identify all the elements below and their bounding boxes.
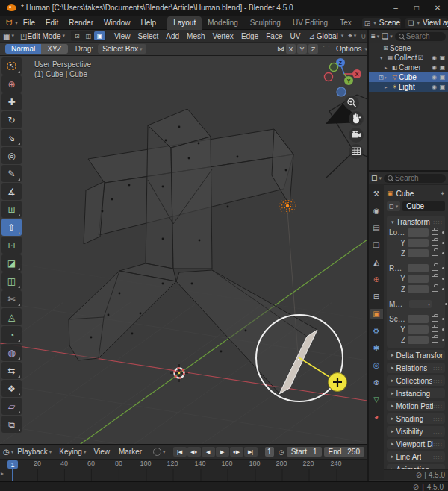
current-frame-field[interactable]: 1 — [265, 447, 274, 457]
tab-particles[interactable]: ✱ — [370, 343, 383, 353]
viewport-menu-item[interactable]: UV — [286, 32, 304, 40]
orientation-selector[interactable]: ⊿ Global ▾ — [308, 32, 343, 40]
animate-dot[interactable] — [442, 242, 444, 244]
properties-panel-header[interactable]: ▸ Shading :::: — [387, 413, 445, 424]
tool-measure[interactable]: ∡ — [1, 183, 22, 200]
options-dropdown[interactable]: Options ▾ — [335, 45, 367, 53]
lock-icon[interactable] — [432, 276, 438, 281]
tab-data[interactable]: ▽ — [370, 395, 383, 404]
camera-toggle-icon[interactable]: ▣ — [438, 54, 447, 61]
extrude-orientation-normal-button[interactable]: Normal — [5, 44, 41, 54]
menu-item[interactable]: Render — [63, 19, 99, 27]
minimize-button[interactable]: – — [385, 0, 406, 16]
end-frame-field[interactable]: End 250 — [324, 447, 364, 457]
camera-toggle-icon[interactable]: ▣ — [438, 84, 447, 90]
expander-icon[interactable]: ▾ — [380, 55, 386, 61]
tool-shrink-fatten[interactable]: ❖ — [1, 380, 22, 397]
tab-object[interactable]: ▣ — [370, 309, 383, 319]
tool-move[interactable]: ✚ — [1, 93, 22, 110]
lock-icon[interactable] — [432, 337, 438, 343]
auto-keying-toggle[interactable]: ▾ — [153, 448, 166, 456]
lock-icon[interactable] — [432, 327, 438, 332]
filter-icon[interactable]: ❏ — [382, 32, 388, 40]
expander-icon[interactable]: ▸ — [385, 84, 391, 90]
viewport-menu-item[interactable]: Select — [134, 32, 162, 40]
tab-render[interactable]: ◉ — [370, 206, 383, 216]
maximize-button[interactable]: □ — [406, 0, 427, 16]
timeline-menu-item[interactable]: Marker — [115, 448, 147, 456]
properties-panel-header[interactable]: ▸ Line Art :::: — [387, 451, 445, 462]
tool-inset-faces[interactable]: ⊡ — [1, 237, 22, 254]
tool-edge-slide[interactable]: ⇆ — [1, 362, 22, 379]
animate-dot[interactable] — [442, 267, 444, 269]
timeline-menu-item[interactable]: Keying ▾ — [55, 448, 90, 456]
menu-item[interactable]: Window — [99, 19, 136, 27]
tool-rotate[interactable]: ↻ — [1, 111, 22, 128]
lock-icon[interactable] — [432, 266, 438, 271]
value-field[interactable] — [408, 228, 429, 237]
timeline-ruler[interactable]: ▸ 20 40 60 80 100 — [0, 460, 367, 482]
expander-icon[interactable]: ▸ — [385, 75, 391, 81]
editor-type-button[interactable]: ▦ ▾ — [0, 32, 17, 40]
tab-modifiers[interactable]: ⚙ — [370, 326, 383, 336]
outliner-search-input[interactable]: Search — [395, 32, 446, 41]
checkbox-icon[interactable]: ☑ — [417, 54, 425, 61]
workspace-tab[interactable]: Modeling — [202, 16, 244, 30]
workspace-tab[interactable]: UV Editing — [287, 16, 334, 30]
delta-transform-panel-header[interactable]: ▸ Delta Transform — [387, 350, 445, 360]
pivot-point-button[interactable]: ⌖ ▾ — [348, 31, 356, 40]
camera-view-button[interactable] — [349, 128, 364, 143]
viewport-menu-item[interactable]: View — [111, 32, 134, 40]
tool-transform[interactable]: ◎ — [1, 147, 22, 164]
animate-dot[interactable] — [442, 328, 444, 331]
next-keyframe-button[interactable]: ♦▶ — [230, 447, 243, 457]
camera-toggle-icon[interactable]: ▣ — [438, 64, 447, 71]
select-mode-vertex[interactable]: ⊡ — [72, 31, 83, 40]
viewport-menu-item[interactable]: Edge — [237, 32, 262, 40]
blender-menu-icon[interactable]: ᗢ — [6, 19, 12, 28]
prev-keyframe-button[interactable]: ◀♦ — [187, 447, 201, 457]
tool-tweak-select-box[interactable]: ↖ — [1, 57, 22, 75]
camera-toggle-icon[interactable]: ▣ — [438, 74, 447, 81]
mirror-axis-button[interactable]: X — [286, 44, 296, 54]
menu-item[interactable]: File — [18, 19, 40, 27]
tab-view-layer[interactable]: ❏ — [370, 240, 383, 250]
viewport-menu-item[interactable]: Mesh — [183, 32, 208, 40]
lock-icon[interactable] — [432, 240, 438, 246]
tool-annotate[interactable]: ✎ — [1, 165, 22, 182]
play-button[interactable]: ▶ — [216, 447, 229, 457]
perspective-toggle-button[interactable] — [349, 144, 364, 159]
properties-editor-icon[interactable]: ⊟ — [371, 174, 377, 182]
tab-physics[interactable]: ◎ — [370, 360, 383, 370]
properties-panel-header[interactable]: ▸ Visibility :::: — [387, 426, 445, 437]
viewport-menu-item[interactable]: Face — [262, 32, 286, 40]
select-mode-face[interactable]: ▣ — [94, 31, 105, 40]
tool-bevel[interactable]: ◪ — [1, 254, 22, 272]
playhead[interactable]: 1 — [7, 460, 18, 469]
tool-scale[interactable]: ⇘ — [1, 129, 22, 146]
viewport-menu-item[interactable]: Vertex — [209, 32, 237, 40]
value-field[interactable] — [408, 239, 429, 247]
timeline-editor-icon[interactable]: ◷ — [3, 448, 10, 456]
display-mode-icon[interactable]: ≡ — [371, 32, 376, 40]
tab-collection[interactable]: ⊟ — [370, 292, 383, 301]
tab-constraints[interactable]: ⊗ — [370, 378, 383, 387]
snap-toggle[interactable]: ∪ ▾ — [361, 32, 367, 40]
tab-output[interactable]: ▤ — [370, 223, 383, 233]
tab-material[interactable]: ◕ — [370, 412, 383, 422]
mode-selector[interactable]: ◰ Edit Mode ▾ — [17, 32, 68, 40]
navigation-gizmo[interactable]: Z X Y — [325, 58, 362, 96]
scene-selector[interactable]: ◲ ▾ Scene ✦ ⧉ ✕ — [362, 18, 402, 28]
properties-panel-header[interactable]: ▸ Motion Paths :::: — [387, 401, 445, 411]
expander-icon[interactable]: ▸ — [1, 470, 4, 477]
tool-shear[interactable]: ▱ — [1, 398, 22, 415]
tool-add-cube[interactable]: ⊞ — [1, 201, 22, 218]
animate-dot[interactable] — [442, 252, 444, 254]
drag-mode-dropdown[interactable]: Select Box ▾ — [98, 44, 146, 54]
animate-dot[interactable] — [442, 278, 444, 280]
close-button[interactable]: ✕ — [427, 0, 448, 16]
play-reverse-button[interactable]: ◀ — [202, 447, 215, 457]
viewlayer-selector[interactable]: ❏ ▾ ViewLayer ⧉ ✕ — [405, 18, 448, 28]
select-mode-edge[interactable]: ◫ — [83, 31, 94, 40]
mirror-axis-button[interactable]: Y — [297, 44, 307, 54]
